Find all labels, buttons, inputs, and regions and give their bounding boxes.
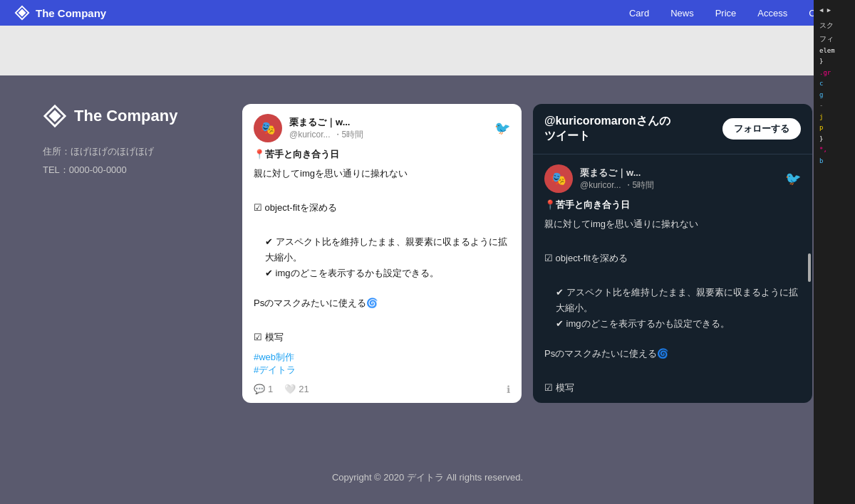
twitter-bird-icon-1: 🐦 xyxy=(494,120,510,136)
reply-count-1: 1 xyxy=(268,384,273,394)
footer-logo-text: The Company xyxy=(74,107,177,125)
dark-tweet-header-1: 🎭 栗まるご｜w... @kuricor... ・5時間 🐦 xyxy=(544,164,801,193)
tweet-like-1[interactable]: 🤍 21 xyxy=(284,384,309,394)
dark-tweet-checkbox1: ☑ object-fitを深める xyxy=(544,251,801,266)
tweet-checkbox1-1: ☑ object-fitを深める xyxy=(254,201,510,216)
dark-tweet-indent2: ✔ imgのどこを表示するかも設定できる。 xyxy=(544,316,801,332)
devtools-panel: ◀ ▶ スク フィ elem } .gr c g - j p } *, b xyxy=(814,0,855,504)
svg-marker-3 xyxy=(49,110,61,122)
reply-icon-1: 💬 xyxy=(254,384,265,394)
main-content: The Company 住所：ほげほげのほげほげ TEL：0000-00-000… xyxy=(43,104,812,403)
devtools-line-gr: .gr xyxy=(817,68,852,79)
tweet-time-1: ・5時間 xyxy=(333,129,364,141)
diamond-icon xyxy=(14,5,30,21)
tweet-column-dark[interactable]: @kuricoromaronさんのツイート フォローする 🎭 栗まるご｜w...… xyxy=(533,104,812,403)
header-logo-text: The Company xyxy=(36,7,106,19)
scrollbar-indicator[interactable] xyxy=(808,253,811,282)
dark-tweet-title-1: 📍苦手と向き合う日 xyxy=(544,199,801,211)
devtools-content: ◀ ▶ スク フィ elem } .gr c g - j p } *, b xyxy=(814,0,855,169)
footer-info: 住所：ほげほげのほげほげ TEL：0000-00-0000 xyxy=(43,142,228,179)
tweet-checkbox2-1: ☑ 模写 xyxy=(254,330,510,345)
devtools-label-sk: スク xyxy=(817,19,852,32)
info-icon-1: ℹ xyxy=(507,384,510,395)
tweet-body-1: 親に対してimgを思い通りに操れない ☑ object-fitを深める ✔ アス… xyxy=(254,167,510,345)
dark-tweet-handle-1: @kuricor... xyxy=(580,180,621,190)
heart-icon-1: 🤍 xyxy=(284,384,296,394)
nav-news[interactable]: News xyxy=(670,8,694,19)
nav-card[interactable]: Card xyxy=(629,8,649,19)
tweet-hashtag2-1[interactable]: #デイトラ xyxy=(254,364,510,377)
tweet-hashtag1-1[interactable]: #web制作 xyxy=(254,351,510,364)
devtools-line-star: *, xyxy=(817,145,852,156)
devtools-line-brace2: } xyxy=(817,134,852,145)
tweet-handle-time-1: @kuricor... ・5時間 xyxy=(289,129,487,141)
nav-price[interactable]: Price xyxy=(715,8,737,19)
dark-tweet-hashtags: #web制作 #デイトラ xyxy=(544,401,801,403)
header-logo: The Company xyxy=(14,5,106,21)
tweet-column-white[interactable]: 🎭 栗まるご｜w... @kuricor... ・5時間 🐦 📍苦手と向き合う日 xyxy=(242,104,522,403)
tweet-indent2-1: ✔ imgのどこを表示するかも設定できる。 xyxy=(254,266,510,281)
page-spacer xyxy=(0,26,855,75)
footer-tel: TEL：0000-00-0000 xyxy=(43,161,228,179)
footer: Copyright © 2020 デイトラ All rights reserve… xyxy=(0,446,855,504)
dark-twitter-bird-icon: 🐦 xyxy=(785,171,801,187)
tweet-avatar-1: 🎭 xyxy=(254,114,282,142)
dark-tweet-avatar-1: 🎭 xyxy=(544,164,573,193)
footer-logo: The Company xyxy=(43,104,228,128)
dark-tweet-body-1: 親に対してimgを思い通りに操れない ☑ object-fitを深める ✔ アス… xyxy=(544,217,801,396)
devtools-line-brace: } xyxy=(817,56,852,68)
footer-address: 住所：ほげほげのほげほげ xyxy=(43,142,228,161)
devtools-line-c: c xyxy=(817,78,852,90)
devtools-line-dash: - xyxy=(817,100,852,112)
dark-tweet-line2: Psのマスクみたいに使える🌀 xyxy=(544,347,801,362)
tweet-line1-1: 親に対してimgを思い通りに操れない xyxy=(254,167,510,182)
dark-tweet-handle-time-1: @kuricor... ・5時間 xyxy=(580,179,778,191)
dark-tweet-line1: 親に対してimgを思い通りに操れない xyxy=(544,217,801,232)
dark-tweet-hashtag1[interactable]: #web制作 xyxy=(544,401,801,403)
dark-tweet-checkbox2: ☑ 模写 xyxy=(544,381,801,396)
tweet-card-1: 🎭 栗まるご｜w... @kuricor... ・5時間 🐦 📍苦手と向き合う日 xyxy=(242,104,522,403)
tweet-title-1: 📍苦手と向き合う日 xyxy=(254,148,510,161)
dark-tweet-indent1: ✔ アスペクト比を維持したまま、親要素に収まるように拡大縮小。 xyxy=(544,285,801,316)
footer-logo-area: The Company 住所：ほげほげのほげほげ TEL：0000-00-000… xyxy=(43,104,228,179)
nav-access[interactable]: Access xyxy=(757,8,787,19)
dark-tweet-card-1: 🎭 栗まるご｜w... @kuricor... ・5時間 🐦 📍苦手と向き合う日 xyxy=(533,154,812,403)
header-nav: Card News Price Access Contact xyxy=(629,8,841,19)
tweet-username-1: 栗まるご｜w... xyxy=(289,116,487,129)
dark-tweet-time-1: ・5時間 xyxy=(624,179,655,191)
dark-header-title: @kuricoromaronさんのツイート xyxy=(544,114,670,144)
dark-column-wrapper: @kuricoromaronさんのツイート フォローする 🎭 栗まるご｜w...… xyxy=(533,104,812,403)
footer-diamond-icon xyxy=(43,104,67,128)
devtools-line-p: p xyxy=(817,122,852,134)
tweet-hashtags-1: #web制作 #デイトラ xyxy=(254,351,510,377)
devtools-arrows[interactable]: ◀ ▶ xyxy=(817,3,852,19)
twitter-feed: 🎭 栗まるご｜w... @kuricor... ・5時間 🐦 📍苦手と向き合う日 xyxy=(242,104,812,403)
svg-marker-1 xyxy=(19,9,26,17)
tweet-header-1: 🎭 栗まるご｜w... @kuricor... ・5時間 🐦 xyxy=(254,114,510,142)
tweet-reply-1[interactable]: 💬 1 xyxy=(254,384,273,394)
tweet-indent1-1: ✔ アスペクト比を維持したまま、親要素に収まるように拡大縮小。 xyxy=(254,234,510,266)
dark-tweet-header: @kuricoromaronさんのツイート フォローする xyxy=(533,104,812,154)
tweet-handle-1: @kuricor... xyxy=(289,130,331,140)
tweet-user-info-1: 栗まるご｜w... @kuricor... ・5時間 xyxy=(289,116,487,141)
main-section: The Company 住所：ほげほげのほげほげ TEL：0000-00-000… xyxy=(0,75,855,446)
devtools-line-g: g xyxy=(817,90,852,101)
devtools-line-b: b xyxy=(817,156,852,167)
dark-tweet-username-1: 栗まるご｜w... xyxy=(580,167,778,179)
copyright-text: Copyright © 2020 デイトラ All rights reserve… xyxy=(43,460,812,484)
devtools-line-j: j xyxy=(817,112,852,123)
tweet-line2-1: Psのマスクみたいに使える🌀 xyxy=(254,296,510,311)
dark-tweet-user-info-1: 栗まるご｜w... @kuricor... ・5時間 xyxy=(580,167,778,191)
devtools-line-elem: elem xyxy=(817,46,852,57)
like-count-1: 21 xyxy=(299,384,309,394)
devtools-label-fi: フィ xyxy=(817,32,852,46)
tweet-actions-1: 💬 1 🤍 21 ℹ xyxy=(254,384,510,395)
follow-button[interactable]: フォローする xyxy=(722,118,801,140)
header: The Company Card News Price Access Conta… xyxy=(0,0,855,26)
